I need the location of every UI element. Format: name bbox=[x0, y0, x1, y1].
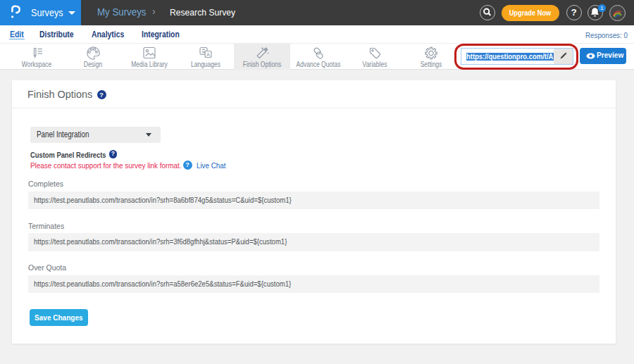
svg-text:A: A bbox=[206, 51, 210, 58]
